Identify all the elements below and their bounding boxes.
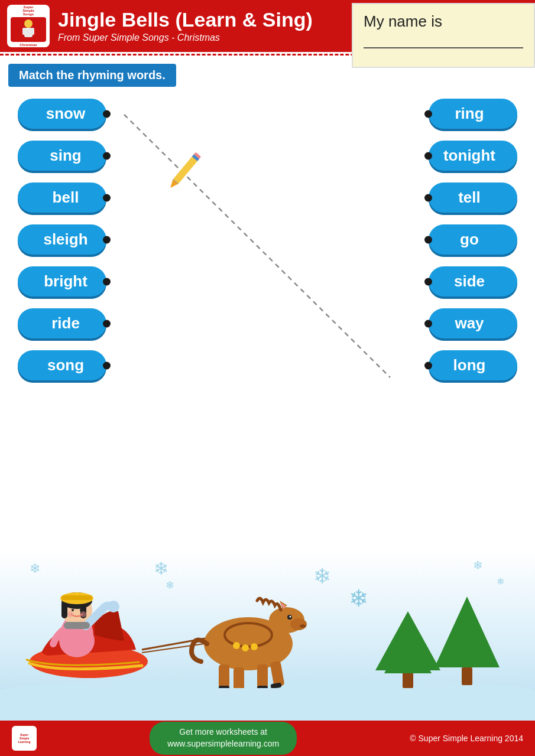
- svg-rect-1: [24, 28, 33, 37]
- snowflake-6: ❄: [473, 558, 483, 572]
- svg-point-40: [72, 609, 74, 611]
- word-pill-bright: bright: [18, 266, 106, 296]
- dot-sleigh: [103, 236, 111, 243]
- svg-point-14: [290, 618, 307, 630]
- footer-copyright: © Super Simple Learning 2014: [410, 734, 523, 743]
- dot-sing: [103, 152, 111, 159]
- word-pill-sleigh: sleigh: [18, 224, 106, 255]
- dot-go: [424, 236, 432, 243]
- footer-logo: SuperSimpleLearning: [12, 726, 37, 751]
- svg-rect-8: [192, 154, 199, 161]
- snowflake-5: ❄: [349, 585, 369, 612]
- svg-rect-26: [257, 664, 268, 688]
- word-pill-song: song: [18, 350, 106, 380]
- svg-point-44: [108, 601, 119, 612]
- instruction-bar: Match the rhyming words.: [8, 64, 176, 87]
- svg-rect-4: [173, 154, 200, 184]
- svg-point-0: [24, 19, 33, 28]
- svg-marker-5: [168, 179, 179, 190]
- svg-rect-36: [61, 601, 67, 618]
- name-line: [364, 47, 523, 48]
- svg-rect-24: [219, 664, 229, 688]
- svg-rect-3: [31, 28, 34, 35]
- tree-1: [375, 611, 440, 688]
- word-pill-side: side: [429, 266, 517, 296]
- svg-point-23: [251, 643, 258, 650]
- tree-2: [435, 597, 500, 685]
- word-pill-sing: sing: [18, 141, 106, 171]
- svg-point-42: [67, 611, 73, 617]
- instruction-text: Match the rhyming words.: [19, 69, 166, 82]
- word-pill-ring: ring: [429, 99, 517, 129]
- svg-rect-2: [22, 28, 25, 35]
- dot-song: [103, 361, 111, 369]
- word-pill-tonight: tonight: [429, 141, 517, 171]
- footer-center: Get more worksheets at www.supersimplele…: [150, 722, 297, 754]
- footer-center-text: Get more worksheets at www.supersimplele…: [167, 726, 279, 750]
- svg-rect-25: [234, 667, 244, 688]
- svg-rect-39: [61, 595, 92, 600]
- word-pill-way: way: [429, 308, 517, 338]
- word-pill-snow: snow: [18, 99, 106, 129]
- svg-point-21: [233, 642, 240, 649]
- logo: SuperSimpleSongs Christmas: [7, 5, 50, 47]
- name-box: My name is: [352, 3, 535, 68]
- pencil-icon: [168, 152, 202, 190]
- dot-bell: [103, 194, 111, 201]
- svg-point-43: [80, 611, 86, 617]
- content-area: snow sing bell sleigh bright ride song: [0, 87, 535, 565]
- footer: SuperSimpleLearning Get more worksheets …: [0, 721, 535, 756]
- dot-bright: [103, 278, 111, 285]
- dot-tell: [424, 194, 432, 201]
- dot-ring: [424, 110, 432, 118]
- svg-point-17: [300, 624, 306, 628]
- horse-sleigh-illustration: [12, 558, 343, 688]
- snowflake-7: ❄: [497, 576, 504, 587]
- dot-tonight: [424, 152, 432, 159]
- svg-point-16: [290, 616, 291, 618]
- snow-go-line: [124, 115, 390, 377]
- right-column: ring tonight tell go side way long: [429, 99, 517, 380]
- name-label: My name is: [364, 12, 523, 31]
- dot-long: [424, 361, 432, 369]
- word-pill-long: long: [429, 350, 517, 380]
- svg-rect-6: [193, 152, 201, 161]
- left-column: snow sing bell sleigh bright ride song: [18, 99, 106, 380]
- illustration: ❄ ❄ ❄ ❄ ❄ ❄ ❄: [0, 549, 535, 721]
- dot-way: [424, 320, 432, 327]
- svg-point-22: [242, 644, 249, 651]
- word-pill-tell: tell: [429, 183, 517, 213]
- dot-snow: [103, 110, 111, 118]
- svg-point-41: [80, 609, 82, 611]
- word-pill-ride: ride: [18, 308, 106, 338]
- footer-logo-box: SuperSimpleLearning: [12, 726, 37, 751]
- word-pill-go: go: [429, 224, 517, 255]
- svg-rect-30: [257, 686, 268, 688]
- svg-rect-28: [219, 686, 229, 688]
- svg-rect-27: [270, 661, 284, 687]
- dot-side: [424, 278, 432, 285]
- svg-line-7: [173, 179, 179, 184]
- dot-ride: [103, 320, 111, 327]
- svg-rect-45: [64, 622, 90, 629]
- word-pill-bell: bell: [18, 183, 106, 213]
